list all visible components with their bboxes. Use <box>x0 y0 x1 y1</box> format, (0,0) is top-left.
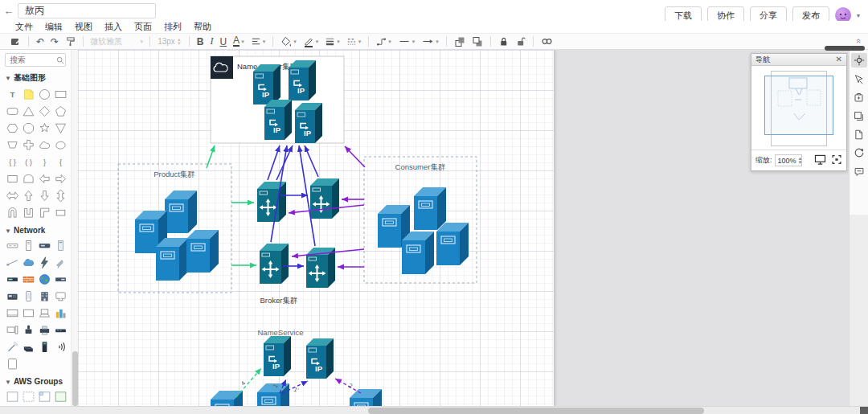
format-painter-button[interactable] <box>63 35 78 49</box>
underline-button[interactable]: U <box>217 35 229 49</box>
horizontal-scrollbar[interactable] <box>0 406 868 414</box>
nameservice-nodes[interactable] <box>211 336 382 406</box>
layers-panel-icon[interactable] <box>851 109 867 123</box>
shape-nas-storage[interactable] <box>21 339 36 355</box>
shape-rectangle[interactable] <box>53 87 68 102</box>
shape-server-dark[interactable] <box>37 339 52 355</box>
shape-cloud-network[interactable] <box>21 255 36 270</box>
shape-blob[interactable] <box>53 137 68 153</box>
menu-item[interactable]: 插入 <box>104 21 122 33</box>
shape-arrow-up[interactable] <box>21 188 36 203</box>
shape-arrow-down[interactable] <box>37 188 52 203</box>
consumer-nodes[interactable] <box>378 187 469 274</box>
menu-item[interactable]: 排列 <box>164 21 182 33</box>
shape-office-building[interactable] <box>37 289 52 304</box>
connection-style-button[interactable]: ▾ <box>395 35 418 49</box>
font-size-stepper[interactable]: 13px▲▼ <box>155 35 184 49</box>
shape-rack[interactable] <box>5 238 20 253</box>
line-weight-button[interactable]: ▾ <box>322 35 342 49</box>
bold-button[interactable]: B <box>194 35 207 49</box>
shape-small-rectangle[interactable] <box>53 205 68 220</box>
shape-group-dashed[interactable] <box>21 389 36 404</box>
shape-group-corner-blue[interactable] <box>37 389 52 404</box>
zoom-input[interactable]: 100%▲▼ <box>775 154 802 166</box>
sidebar-scrollbar[interactable] <box>71 50 78 406</box>
shape-octagon[interactable] <box>21 121 36 136</box>
document-title-input[interactable] <box>18 3 156 18</box>
shape-text[interactable]: T <box>5 87 20 102</box>
shape-satellite-dish[interactable] <box>53 255 68 270</box>
shape-cross[interactable] <box>21 137 36 153</box>
avatar-caret-icon[interactable]: ▾ <box>857 12 860 19</box>
align-button[interactable]: ▾ <box>248 35 268 49</box>
line-style-button[interactable]: ▾ <box>344 35 364 49</box>
shape-firewall[interactable] <box>21 272 36 287</box>
shape-brace-left[interactable]: { <box>53 154 68 170</box>
navigation-panel-icon[interactable] <box>851 53 867 68</box>
shape-server-tower[interactable] <box>21 238 36 253</box>
shape-arrow-left-right[interactable] <box>5 188 20 203</box>
shape-u-shape[interactable] <box>21 205 36 220</box>
shape-triangle[interactable] <box>21 104 36 119</box>
shape-tablet[interactable] <box>5 356 20 371</box>
shape-hexagon[interactable] <box>5 121 20 136</box>
shape-rack-dark-2[interactable] <box>53 272 68 287</box>
shapes-panel-icon[interactable] <box>851 90 867 105</box>
arrow-style-button[interactable]: ▾ <box>419 35 441 49</box>
shape-trapezoid[interactable] <box>5 137 20 153</box>
shape-diamond[interactable] <box>37 104 52 119</box>
shape-sticky-note[interactable] <box>21 87 36 102</box>
horizontal-scrollbar-thumb[interactable] <box>368 408 704 414</box>
format-panel-icon[interactable] <box>851 72 867 86</box>
shape-desk-phone[interactable] <box>21 322 36 338</box>
section-header[interactable]: ▼AWS Groups <box>5 377 68 386</box>
shape-rounded-rectangle[interactable] <box>5 104 20 119</box>
shape-fax-machine[interactable] <box>5 289 20 304</box>
history-panel-icon[interactable] <box>851 146 867 160</box>
navigator-minimap[interactable] <box>751 66 846 150</box>
shape-brace-right[interactable]: } <box>37 154 52 170</box>
menu-item[interactable]: 帮助 <box>194 21 211 33</box>
shape-parentheses[interactable]: ( ) <box>21 154 36 170</box>
pages-panel-icon[interactable] <box>851 127 867 141</box>
drawing-page[interactable]: IP Name Server集群 Product集群 <box>78 50 555 406</box>
shape-globe[interactable] <box>37 272 52 287</box>
fill-color-button[interactable]: ▾ <box>278 35 299 49</box>
shape-printer[interactable] <box>37 322 52 338</box>
shape-ellipse[interactable] <box>37 87 52 102</box>
fit-selection-button[interactable] <box>831 154 842 167</box>
font-color-button[interactable]: A▾ <box>231 35 247 49</box>
shape-screen-wide[interactable] <box>21 305 36 321</box>
unlock-button[interactable] <box>513 35 528 49</box>
shape-rack-dark[interactable] <box>5 272 20 287</box>
shape-arrow-up-down[interactable] <box>53 188 68 203</box>
back-icon[interactable]: ← <box>0 5 18 17</box>
panel-scrollbar-thumb[interactable] <box>825 46 865 51</box>
shape-u-turn[interactable] <box>5 205 20 220</box>
shape-half-pill[interactable] <box>21 171 36 187</box>
waypoint-style-button[interactable]: ▾ <box>374 35 394 49</box>
product-nodes[interactable] <box>135 191 219 281</box>
shape-screen[interactable] <box>5 305 20 321</box>
minimap-viewport[interactable] <box>764 76 833 135</box>
shape-curly-braces[interactable]: { } <box>5 154 20 170</box>
shape-cone[interactable] <box>53 121 68 136</box>
shape-lightning[interactable] <box>37 255 52 270</box>
shape-network-switch[interactable] <box>53 322 68 338</box>
link-button[interactable] <box>538 35 555 49</box>
shape-cloud[interactable] <box>37 137 52 153</box>
menu-item[interactable]: 编辑 <box>45 21 63 33</box>
shape-wireless-signal[interactable] <box>53 339 68 355</box>
section-header[interactable]: ▼Network <box>5 226 68 235</box>
menu-item[interactable]: 页面 <box>134 21 152 33</box>
shape-arrow-right[interactable] <box>53 171 68 187</box>
lock-button[interactable] <box>496 35 511 49</box>
shape-card[interactable] <box>5 171 20 187</box>
font-family-select[interactable]: 微软雅黑▾ <box>88 35 145 48</box>
comments-panel-icon[interactable] <box>851 164 867 178</box>
shape-laptop[interactable] <box>37 305 52 321</box>
italic-button[interactable]: I <box>207 35 215 49</box>
undo-button[interactable]: ↶ <box>34 35 47 49</box>
shape-star[interactable] <box>37 121 52 136</box>
navigator-header[interactable]: 导航 ✕ <box>751 54 846 66</box>
